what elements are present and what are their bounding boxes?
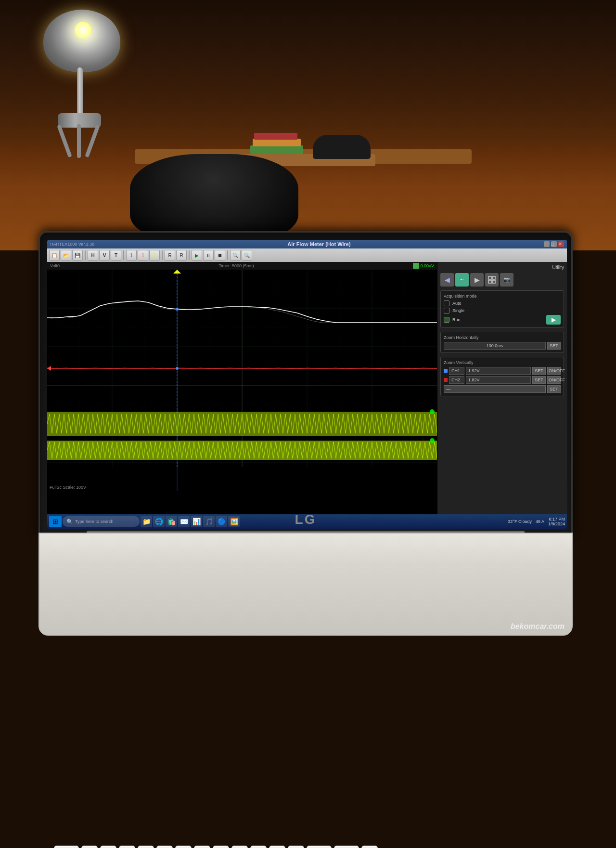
toolbar-stop[interactable]: ⏹ — [215, 250, 225, 261]
svg-rect-29 — [47, 467, 437, 491]
zoom-v3-set[interactable]: SET — [547, 385, 561, 393]
toolbar-sep1 — [85, 250, 86, 260]
books-stack — [250, 125, 308, 154]
minimize-button[interactable]: ─ — [544, 241, 550, 247]
ch-volt-label: Volt0 — [50, 263, 60, 268]
acq-single-label: Single — [452, 308, 464, 313]
toolbar-zoom-in[interactable]: 🔍 — [230, 250, 241, 261]
book3 — [254, 133, 297, 140]
maximize-button[interactable]: □ — [551, 241, 557, 247]
toolbar-pause[interactable]: ⏸ — [203, 250, 214, 261]
key-f12[interactable]: F12 — [288, 846, 304, 848]
search-bar[interactable]: 🔍 Type here to search — [63, 516, 140, 527]
search-placeholder: Type here to search — [75, 519, 114, 524]
nav-left[interactable]: ◀ — [440, 273, 454, 287]
toolbar-new[interactable]: 📋 — [49, 250, 60, 261]
nav-wave[interactable]: ~ — [455, 273, 469, 287]
toolbar-open[interactable]: 📂 — [61, 250, 71, 261]
lamp-leg3 — [85, 125, 100, 158]
key-f5[interactable]: F5 — [156, 846, 173, 848]
toolbar-zoom-out[interactable]: 🔍 — [242, 250, 252, 261]
toolbar-ch3[interactable]: 1 — [149, 250, 160, 261]
taskbar-edge[interactable]: 🌐 — [153, 516, 165, 527]
taskbar-app2[interactable]: 🎵 — [203, 516, 215, 527]
zoom-v1-set[interactable]: SET — [532, 367, 546, 375]
zoom-ch2-label: CH2 — [449, 376, 464, 384]
acq-run-checkbox[interactable] — [444, 317, 449, 323]
keyboard: Esc F1 F2 F3 F4 F5 F6 F7 F8 F9 F10 F11 F… — [54, 846, 559, 848]
osc-toolbar: 📋 📂 💾 H V T 1 1 1 R R ▶ ⏸ — [47, 248, 567, 262]
dark-object — [313, 135, 371, 159]
key-f3[interactable]: F3 — [119, 846, 135, 848]
key-f9[interactable]: F9 — [231, 846, 248, 848]
key-f6[interactable]: F6 — [175, 846, 192, 848]
zoom-v-row1: CH1 1.92V SET ON/OFF — [444, 367, 561, 375]
osc-title: Air Flow Meter (Hot Wire) — [287, 241, 350, 247]
acq-single-checkbox[interactable] — [444, 308, 449, 313]
lamp-leg1 — [57, 125, 72, 158]
toolbar-h[interactable]: H — [88, 250, 98, 261]
taskbar-store[interactable]: 🛍️ — [166, 516, 177, 527]
key-power[interactable]: ⏻ — [361, 846, 378, 848]
toolbar-ch2[interactable]: 1 — [138, 250, 148, 261]
zoom-v1-onoff[interactable]: ON/OFF — [547, 367, 561, 375]
svg-rect-39 — [488, 280, 491, 283]
zoom-v2-set[interactable]: SET — [532, 376, 546, 384]
toolbar-r1[interactable]: R — [165, 250, 175, 261]
key-f1[interactable]: F1 — [81, 846, 98, 848]
taskbar-mail[interactable]: ✉️ — [178, 516, 190, 527]
run-button[interactable]: ▶ — [546, 315, 561, 325]
freq-indicator: 1 — [413, 263, 419, 269]
zoom-v1-value[interactable]: 1.92V — [466, 367, 531, 375]
laptop-screen-bezel: HARTEX1000 Ver.1.38 Air Flow Meter (Hot … — [38, 231, 573, 535]
key-f8[interactable]: F8 — [213, 846, 229, 848]
lamp-head — [43, 10, 120, 72]
toolbar-sep4 — [189, 250, 190, 260]
clock-time: 6:17 PM — [548, 517, 565, 522]
toolbar-play[interactable]: ▶ — [192, 250, 202, 261]
start-button[interactable]: ⊞ — [49, 516, 62, 527]
nav-right[interactable]: ▶ — [470, 273, 484, 287]
osc-topinfo: Volt0 Timer: 5000 (5ms) 1 0.00uV — [47, 262, 437, 270]
utility-label: Utility — [440, 265, 564, 270]
zoom-v2-value[interactable]: 1.82V — [466, 376, 531, 384]
zoom-v-label: Zoom Vertically — [444, 360, 561, 365]
key-f10[interactable]: F10 — [250, 846, 267, 848]
key-f7[interactable]: F7 — [194, 846, 210, 848]
zoom-v-panel: Zoom Vertically CH1 1.92V SET ON/OFF CH2… — [440, 357, 564, 396]
taskbar-chrome[interactable]: 🔵 — [216, 516, 227, 527]
system-clock: 6:17 PM 1/9/2024 — [548, 517, 565, 526]
toolbar-save[interactable]: 💾 — [72, 250, 83, 261]
toolbar-sep2 — [123, 250, 124, 260]
book1 — [250, 145, 303, 154]
key-delete[interactable]: Delete — [334, 846, 359, 848]
toolbar-v[interactable]: V — [99, 250, 110, 261]
toolbar-ch1[interactable]: 1 — [126, 250, 137, 261]
zoom-v2-onoff[interactable]: ON/OFF — [547, 376, 561, 384]
battery-display: 46 A — [536, 519, 544, 524]
zoom-h-value[interactable]: 100.0ms — [444, 342, 546, 350]
taskbar-app1[interactable]: 📊 — [191, 516, 202, 527]
key-prtsc[interactable]: Prt Sc — [307, 846, 332, 848]
key-f4[interactable]: F4 — [138, 846, 154, 848]
taskbar-photos[interactable]: 🖼️ — [228, 516, 240, 527]
nav-grid[interactable] — [485, 273, 499, 287]
key-esc[interactable]: Esc — [54, 846, 79, 848]
osc-titlebar: HARTEX1000 Ver.1.38 Air Flow Meter (Hot … — [47, 240, 567, 248]
zoom-ch1-label[interactable]: CH1 — [449, 367, 464, 375]
black-cloth — [130, 154, 298, 241]
laptop-screen: HARTEX1000 Ver.1.38 Air Flow Meter (Hot … — [47, 240, 567, 529]
taskbar-file-explorer[interactable]: 📁 — [141, 516, 152, 527]
zoom-h-set[interactable]: SET — [547, 342, 561, 350]
function-key-row: Esc F1 F2 F3 F4 F5 F6 F7 F8 F9 F10 F11 F… — [54, 846, 559, 848]
close-button[interactable]: ✕ — [558, 241, 564, 247]
nav-camera[interactable]: 📷 — [500, 273, 513, 287]
lamp-neck — [77, 67, 83, 116]
acq-auto-checkbox[interactable] — [444, 300, 449, 306]
toolbar-r2[interactable]: R — [176, 250, 187, 261]
key-f2[interactable]: F2 — [100, 846, 116, 848]
key-f11[interactable]: F11 — [269, 846, 285, 848]
toolbar-t[interactable]: T — [111, 250, 121, 261]
zoom-h-panel: Zoom Horizontally 100.0ms SET — [440, 332, 564, 353]
lamp-leg2 — [77, 124, 81, 158]
